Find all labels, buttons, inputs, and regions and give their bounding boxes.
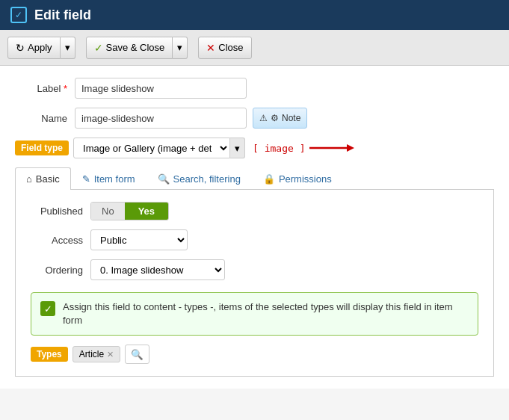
info-check-icon: ✓: [40, 301, 55, 316]
name-input[interactable]: [75, 108, 247, 129]
field-type-dropdown-button[interactable]: ▾: [230, 138, 245, 158]
refresh-icon: ↻: [16, 42, 25, 54]
save-close-label: Save & Close: [106, 42, 165, 53]
save-close-btn-group: ✓ Save & Close ▾: [86, 37, 188, 59]
tab-search-filtering-label: Search, filtering: [173, 173, 241, 185]
check-icon: ✓: [94, 42, 103, 54]
tab-basic-content: Published No Yes Access Public Ordering …: [15, 190, 494, 377]
warning-icon: ⚠: [259, 113, 268, 123]
toggle-no[interactable]: No: [91, 203, 125, 220]
tab-bar: ⌂ Basic ✎ Item form 🔍 Search, filtering …: [15, 167, 494, 190]
apply-btn-group: ↻ Apply ▾: [7, 37, 75, 59]
types-search-button[interactable]: 🔍: [125, 345, 149, 364]
label-input[interactable]: [75, 78, 247, 99]
close-icon: ✕: [206, 42, 215, 54]
main-content: Label * Name ⚠ ⚙ Note Field type Image o…: [0, 66, 509, 389]
tab-permissions[interactable]: 🔒 Permissions: [252, 167, 343, 190]
field-type-label: Field type: [15, 140, 69, 155]
label-row: Label *: [15, 78, 494, 99]
search-icon: 🔍: [158, 173, 170, 185]
types-search-icon: 🔍: [131, 349, 144, 360]
access-select[interactable]: Public: [90, 229, 188, 250]
apply-dropdown-button[interactable]: ▾: [61, 37, 75, 59]
access-label: Access: [31, 235, 90, 246]
access-row: Access Public: [31, 229, 478, 250]
save-close-dropdown-button[interactable]: ▾: [173, 37, 188, 59]
note-button[interactable]: ⚠ ⚙ Note: [253, 108, 307, 129]
info-box: ✓ Assign this field to content - types -…: [31, 292, 478, 336]
published-row: Published No Yes: [31, 202, 478, 220]
header-icon: ✓: [10, 7, 27, 23]
close-label: Close: [218, 42, 243, 53]
gear-icon: ⚙: [271, 113, 279, 123]
ordering-row: Ordering 0. Image slideshow: [31, 259, 478, 280]
red-arrow-icon: [309, 141, 354, 155]
tab-basic-label: Basic: [36, 173, 60, 185]
tab-basic[interactable]: ⌂ Basic: [15, 167, 71, 190]
edit-icon: ✎: [82, 173, 90, 185]
apply-button[interactable]: ↻ Apply: [7, 37, 61, 59]
field-type-select[interactable]: Image or Gallery (image + details): [73, 138, 230, 158]
svg-marker-1: [347, 144, 354, 152]
types-label: Types: [31, 347, 68, 362]
close-button[interactable]: ✕ Close: [198, 37, 251, 59]
page-title: Edit field: [34, 7, 91, 23]
name-field-label: Name: [15, 113, 75, 124]
ordering-select[interactable]: 0. Image slideshow: [90, 259, 225, 280]
published-label: Published: [31, 206, 90, 217]
ordering-label: Ordering: [31, 265, 90, 276]
tab-item-form-label: Item form: [94, 173, 135, 185]
toolbar: ↻ Apply ▾ ✓ Save & Close ▾ ✕ Close: [0, 30, 509, 66]
field-type-tag: [ image ]: [253, 143, 305, 154]
save-close-button[interactable]: ✓ Save & Close: [86, 37, 173, 59]
name-row: Name ⚠ ⚙ Note: [15, 108, 494, 129]
note-label: Note: [282, 113, 300, 123]
article-tag-label: Article: [79, 349, 104, 359]
field-type-row: Field type Image or Gallery (image + det…: [15, 138, 494, 158]
tab-permissions-label: Permissions: [279, 173, 332, 185]
page-header: ✓ Edit field: [0, 0, 509, 30]
tab-item-form[interactable]: ✎ Item form: [71, 167, 146, 190]
types-row: Types Article ✕ 🔍: [31, 345, 478, 364]
info-text: Assign this field to content - types -, …: [63, 300, 469, 327]
tab-search-filtering[interactable]: 🔍 Search, filtering: [146, 167, 252, 190]
apply-label: Apply: [28, 42, 52, 53]
published-toggle[interactable]: No Yes: [90, 202, 169, 220]
required-star: *: [64, 83, 67, 94]
toggle-yes[interactable]: Yes: [125, 203, 168, 220]
shield-icon: 🔒: [263, 173, 275, 185]
article-tag: Article ✕: [73, 346, 120, 362]
label-field-label: Label *: [15, 83, 75, 94]
remove-article-tag-button[interactable]: ✕: [107, 350, 114, 359]
home-icon: ⌂: [26, 173, 32, 185]
